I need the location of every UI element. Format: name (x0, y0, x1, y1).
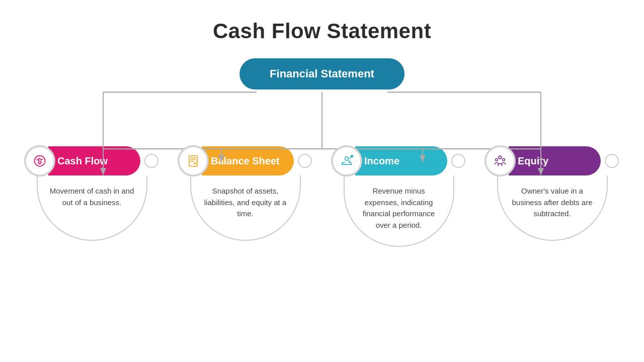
card-header-balance-sheet: Balance Sheet (179, 146, 312, 175)
svg-point-17 (345, 157, 349, 160)
card-income: Income Revenue minus expenses, indicatin… (332, 146, 465, 247)
page: Cash Flow Statement (0, 0, 644, 362)
card-balance-sheet: Balance Sheet Snapshot of assets, liabil… (179, 146, 312, 241)
card-cash-flow: Cash Flow Movement of cash in and out of… (25, 146, 158, 241)
card-header-income: Income (332, 146, 465, 175)
svg-point-22 (503, 158, 505, 161)
equity-end-circle (605, 154, 619, 168)
income-icon (332, 146, 361, 175)
svg-point-21 (496, 158, 498, 161)
central-node: Financial Statement (239, 58, 405, 89)
svg-point-20 (499, 156, 502, 159)
equity-icon (486, 146, 515, 175)
equity-label: Equity (509, 146, 601, 175)
balance-sheet-label: Balance Sheet (202, 146, 294, 175)
income-end-circle (451, 154, 465, 168)
card-equity: Equity Owner's value in a business after… (486, 146, 619, 241)
page-title: Cash Flow Statement (213, 19, 431, 43)
income-body: Revenue minus expenses, indicating finan… (344, 175, 454, 247)
card-header-cash-flow: Cash Flow (25, 146, 158, 175)
card-header-equity: Equity (486, 146, 619, 175)
income-label: Income (355, 146, 447, 175)
svg-rect-13 (189, 156, 197, 166)
balance-sheet-body: Snapshot of assets, liabilities, and equ… (190, 175, 301, 241)
cash-flow-label: Cash Flow (48, 146, 140, 175)
diagram: Financial Statement Cash Flow (25, 58, 619, 362)
cash-flow-icon (25, 146, 54, 175)
balance-sheet-icon (179, 146, 208, 175)
svg-point-19 (351, 155, 353, 157)
equity-body: Owner's value in a business after debts … (497, 175, 608, 241)
cash-flow-end-circle (144, 154, 158, 168)
balance-sheet-end-circle (298, 154, 312, 168)
cash-flow-body: Movement of cash in and out of a busines… (37, 175, 147, 241)
cards-row: Cash Flow Movement of cash in and out of… (25, 146, 619, 247)
